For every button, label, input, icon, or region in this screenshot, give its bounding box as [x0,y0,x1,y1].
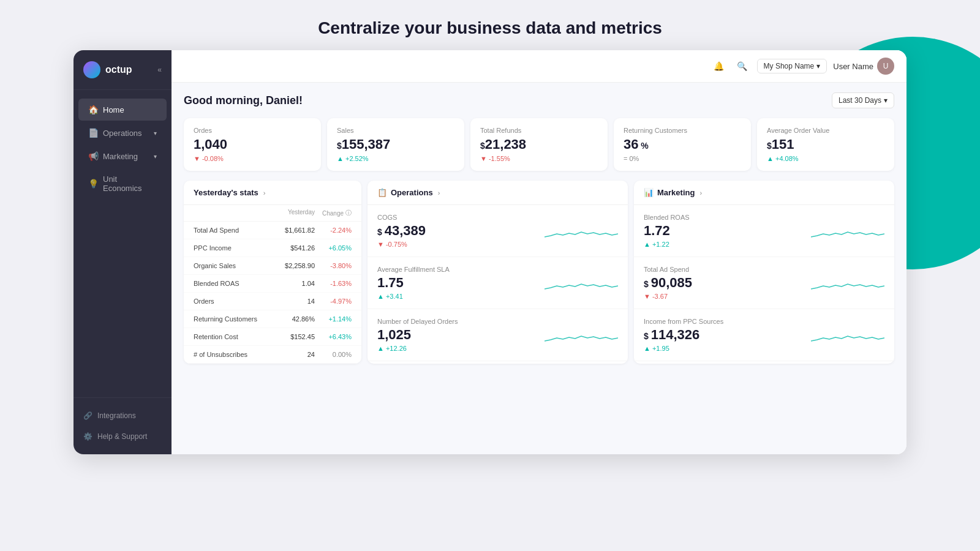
metric-card: Income from PPC Sources $ 114,326 ▲ +1.9… [634,309,894,361]
metric-label: Number of Delayed Orders [377,318,545,325]
metric-label: Income from PPC Sources [644,318,811,325]
stats-row: Retention Cost $152.45 +6.43% [184,328,361,346]
logo-icon [83,61,100,78]
metric-value: $ 43,389 [377,223,545,239]
kpi-aov-label: Average Order Value [767,127,884,134]
shop-name: My Shop Name [764,62,815,70]
integrations-icon: 🔗 [83,411,92,420]
kpi-refunds-label: Total Refunds [480,127,598,134]
kpi-returning-change: = 0% [624,155,741,162]
avatar: U [877,58,894,75]
header-actions: 🔔 🔍 My Shop Name ▾ User Name U [710,58,894,75]
logo-area: octup « [74,50,172,90]
stats-row-label: Blended ROAS [194,280,272,287]
marketing-title: Marketing [657,188,695,197]
sections-row: Yesterday's stats › Yesterday Change ⓘ T… [184,181,894,364]
stats-row-yesterday: 42.86% [272,315,315,323]
help-icon: ⚙️ [83,432,92,441]
sidebar-item-home[interactable]: 🏠 Home [78,99,167,121]
info-icon[interactable]: ⓘ [345,209,352,217]
stats-row-label: PPC Income [194,244,272,252]
metric-info: Income from PPC Sources $ 114,326 ▲ +1.9… [644,318,811,352]
marketing-arrow-icon[interactable]: › [699,189,702,197]
sidebar-item-unit-economics[interactable]: 💡 Unit Economics [78,168,167,199]
username-label: User Name [833,62,873,71]
kpi-orders-label: Ordes [194,127,311,134]
date-range-selector[interactable]: Last 30 Days ▾ [832,92,894,108]
kpi-returning: Returning Customers 36 % = 0% [614,118,751,171]
down-arrow-icon: ▼ [194,155,200,162]
sidebar: octup « 🏠 Home 📄 Operations ▾ 📢 Marketin… [74,50,172,454]
stats-row-change: -2.24% [315,227,352,234]
metric-value: $ 90,085 [644,275,811,291]
metric-chart [545,219,618,243]
chevron-down-icon: ▾ [154,130,157,137]
metric-info: Total Ad Spend $ 90,085 ▼ -3.67 [644,266,811,300]
page-title: Centralize your business data and metric… [0,0,980,50]
metric-change: ▼ -0.75% [377,241,545,248]
metric-card: Number of Delayed Orders 1,025 ▲ +12.26 [368,309,628,361]
operations-title: Operations [391,188,433,197]
stats-row: PPC Income $541.26 +6.05% [184,239,361,257]
metric-chart [811,323,884,347]
stats-row-yesterday: $541.26 [272,244,315,252]
up-arrow-icon: ▲ [337,155,344,162]
header: 🔔 🔍 My Shop Name ▾ User Name U [172,50,907,83]
metric-value: $ 114,326 [644,327,811,343]
sidebar-item-marketing[interactable]: 📢 Marketing ▾ [78,145,167,167]
stats-row-label: # of Unsubscribes [194,351,272,358]
metric-card: Average Fulfillment SLA 1.75 ▲ +3.41 [368,257,628,309]
sidebar-nav: 🏠 Home 📄 Operations ▾ 📢 Marketing ▾ 💡 Un… [74,90,172,397]
shop-selector[interactable]: My Shop Name ▾ [757,59,827,73]
metric-info: Blended ROAS 1.72 ▲ +1.22 [644,214,811,248]
home-icon: 🏠 [88,105,98,114]
sidebar-footer: 🔗 Integrations ⚙️ Help & Support [74,397,172,454]
stats-row-change: +1.14% [315,315,352,323]
metric-change: ▲ +3.41 [377,293,545,300]
metric-change: ▲ +1.95 [644,345,811,352]
yesterday-title: Yesterday's stats [194,188,258,197]
operations-icon: 📄 [88,128,98,138]
notification-button[interactable]: 🔔 [710,58,728,75]
metric-card: Total Ad Spend $ 90,085 ▼ -3.67 [634,257,894,309]
kpi-returning-value: 36 % [624,137,741,152]
metric-label: Average Fulfillment SLA [377,266,545,273]
sidebar-item-marketing-label: Marketing [103,152,138,161]
search-button[interactable]: 🔍 [734,58,751,75]
kpi-sales-label: Sales [337,127,454,134]
stats-row-yesterday: 14 [272,298,315,305]
user-info: User Name U [833,58,894,75]
stats-row-yesterday: $2,258.90 [272,262,315,269]
help-support-item[interactable]: ⚙️ Help & Support [74,426,172,447]
metric-label: COGS [377,214,545,221]
stats-row-yesterday: 24 [272,351,315,358]
sidebar-item-operations[interactable]: 📄 Operations ▾ [78,122,167,144]
stats-row-change: +6.43% [315,333,352,340]
date-range-label: Last 30 Days [839,96,881,105]
operations-metrics-container: COGS $ 43,389 ▼ -0.75% Average Fulfillme… [368,205,628,361]
yesterday-arrow-icon[interactable]: › [263,189,266,197]
kpi-orders-value: 1,040 [194,137,311,152]
stats-row-label: Total Ad Spend [194,227,272,234]
integrations-label: Integrations [97,411,136,420]
shop-chevron-icon: ▾ [816,62,820,70]
stats-row-change: -1.63% [315,280,352,287]
yesterday-header: Yesterday's stats › [184,181,361,205]
kpi-refunds-value: $21,238 [480,137,598,152]
stats-row-change: +6.05% [315,244,352,252]
marketing-header-icon: 📊 [644,188,654,197]
stats-row-change: -3.80% [315,262,352,269]
stats-row-label: Returning Customers [194,315,272,323]
metric-card: Blended ROAS 1.72 ▲ +1.22 [634,205,894,257]
integrations-item[interactable]: 🔗 Integrations [74,405,172,426]
collapse-button[interactable]: « [157,66,162,74]
kpi-refunds-change: ▼ -1.55% [480,155,598,162]
metric-value: 1,025 [377,327,545,343]
sidebar-item-home-label: Home [103,105,124,114]
stats-row: Returning Customers 42.86% +1.14% [184,310,361,328]
stats-row-change: -4.97% [315,298,352,305]
kpi-aov-value: $151 [767,137,884,152]
stats-row: # of Unsubscribes 24 0.00% [184,346,361,364]
kpi-sales: Sales $155,387 ▲ +2.52% [327,118,464,171]
operations-arrow-icon[interactable]: › [438,189,440,197]
